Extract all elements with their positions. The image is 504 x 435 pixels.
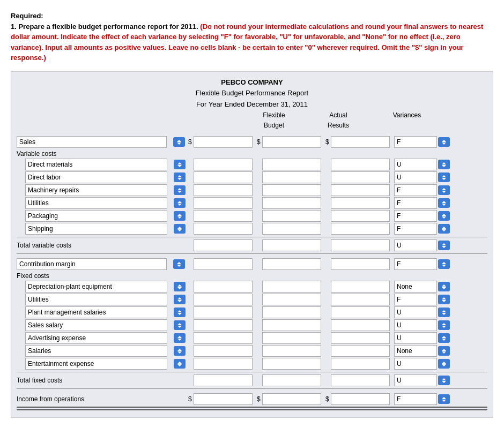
salaries-variance-btn[interactable] [438,346,450,356]
plant-mgmt-variance[interactable] [331,306,390,318]
sales-salary-dropdown[interactable] [25,319,167,331]
utilities-var-variance[interactable] [331,197,390,209]
contribution-margin-dropdown[interactable] [17,258,167,270]
total-variable-variance-btn[interactable] [438,241,450,250]
income-ops-variance[interactable] [331,393,390,405]
utilities-fixed-btn[interactable] [174,295,186,304]
direct-materials-dropdown[interactable] [25,159,167,170]
advertising-flexible[interactable] [194,332,253,344]
advertising-actual[interactable] [262,332,321,344]
sales-actual-input[interactable] [262,136,321,148]
contribution-margin-variance[interactable] [331,258,390,270]
packaging-dropdown[interactable] [25,210,167,222]
direct-materials-variance[interactable] [331,159,390,170]
total-variable-actual[interactable] [262,239,321,251]
packaging-btn[interactable] [174,211,186,221]
utilities-fixed-variance-btn[interactable] [438,295,450,304]
packaging-actual[interactable] [262,210,321,222]
contribution-margin-actual[interactable] [262,258,321,270]
shipping-btn[interactable] [174,224,186,234]
machinery-repairs-variance[interactable] [331,184,390,196]
advertising-btn[interactable] [174,333,186,343]
sales-variance-select-btn[interactable] [438,137,450,147]
sales-select-btn[interactable] [173,137,185,147]
salaries-flexible[interactable] [194,345,253,357]
sales-salary-btn[interactable] [174,320,186,330]
utilities-fixed-flexible[interactable] [194,294,253,305]
entertainment-actual[interactable] [262,358,321,370]
contribution-margin-variance-btn[interactable] [438,259,450,269]
plant-mgmt-actual[interactable] [262,306,321,318]
income-ops-flexible[interactable] [194,393,253,405]
packaging-flexible[interactable] [194,210,253,222]
total-variable-flexible[interactable] [194,239,253,251]
sales-salary-actual[interactable] [262,319,321,331]
shipping-actual[interactable] [262,223,321,235]
utilities-var-dropdown[interactable] [25,197,167,209]
utilities-fixed-actual[interactable] [262,294,321,305]
direct-materials-flexible[interactable] [194,159,253,170]
direct-labor-actual[interactable] [262,171,321,183]
direct-labor-dropdown[interactable] [25,171,167,183]
advertising-variance[interactable] [331,332,390,344]
utilities-fixed-variance[interactable] [331,294,390,305]
total-fixed-variance[interactable] [331,374,390,386]
utilities-fixed-dropdown[interactable] [25,294,167,305]
salaries-dropdown[interactable] [25,345,167,357]
advertising-dropdown[interactable] [25,332,167,344]
shipping-variance[interactable] [331,223,390,235]
utilities-var-variance-btn[interactable] [438,198,450,208]
shipping-variance-btn[interactable] [438,224,450,234]
income-ops-actual[interactable] [262,393,321,405]
plant-mgmt-flexible[interactable] [194,306,253,318]
contribution-margin-flexible[interactable] [194,258,253,270]
total-fixed-variance-btn[interactable] [438,376,450,385]
depreciation-dropdown[interactable] [25,281,167,292]
sales-dropdown[interactable] [17,136,167,148]
sales-flexible-input[interactable] [194,136,253,148]
sales-salary-variance[interactable] [331,319,390,331]
shipping-dropdown[interactable] [25,223,167,235]
utilities-var-btn[interactable] [174,198,186,208]
depreciation-actual[interactable] [262,281,321,292]
entertainment-variance[interactable] [331,358,390,370]
income-ops-variance-btn[interactable] [438,394,450,404]
entertainment-dropdown[interactable] [25,358,167,370]
machinery-repairs-actual[interactable] [262,184,321,196]
depreciation-variance-btn[interactable] [438,282,450,291]
plant-mgmt-btn[interactable] [174,308,186,317]
depreciation-variance[interactable] [331,281,390,292]
total-fixed-actual[interactable] [262,374,321,386]
utilities-var-actual[interactable] [262,197,321,209]
advertising-variance-btn[interactable] [438,333,450,343]
contribution-margin-btn[interactable] [173,259,185,269]
machinery-repairs-dropdown[interactable] [25,184,167,196]
salaries-actual[interactable] [262,345,321,357]
entertainment-btn[interactable] [174,359,186,369]
entertainment-variance-btn[interactable] [438,359,450,369]
depreciation-btn[interactable] [174,282,186,291]
sales-salary-flexible[interactable] [194,319,253,331]
shipping-flexible[interactable] [194,223,253,235]
machinery-repairs-btn[interactable] [174,185,186,195]
direct-labor-flexible[interactable] [194,171,253,183]
machinery-repairs-flexible[interactable] [194,184,253,196]
direct-labor-variance-btn[interactable] [438,172,450,182]
plant-mgmt-dropdown[interactable] [25,306,167,318]
entertainment-flexible[interactable] [194,358,253,370]
direct-labor-btn[interactable] [174,172,186,182]
total-fixed-flexible[interactable] [194,374,253,386]
direct-labor-variance[interactable] [331,171,390,183]
direct-materials-btn[interactable] [174,160,186,169]
packaging-variance[interactable] [331,210,390,222]
packaging-variance-btn[interactable] [438,211,450,221]
total-variable-variance[interactable] [331,239,390,251]
utilities-var-flexible[interactable] [194,197,253,209]
direct-materials-variance-btn[interactable] [438,160,450,169]
salaries-btn[interactable] [174,346,186,356]
sales-salary-variance-btn[interactable] [438,320,450,330]
machinery-repairs-variance-btn[interactable] [438,185,450,195]
depreciation-flexible[interactable] [194,281,253,292]
plant-mgmt-variance-btn[interactable] [438,308,450,317]
salaries-variance[interactable] [331,345,390,357]
